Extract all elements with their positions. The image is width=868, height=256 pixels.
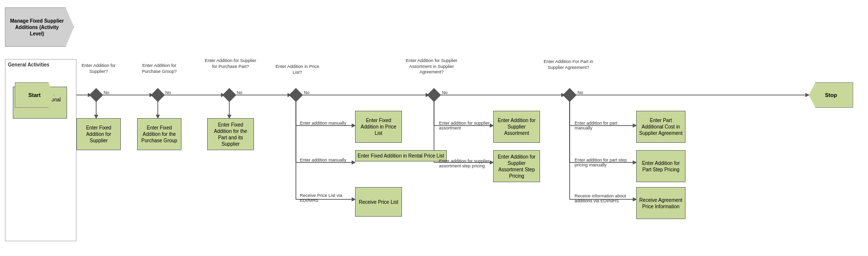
enter-assortment-label: Enter addition for supplier assortment xyxy=(439,121,491,130)
d4-no-label: No xyxy=(304,90,310,95)
decision-6 xyxy=(563,88,577,102)
start-shape: Start xyxy=(15,82,54,108)
d5-no-label: No xyxy=(442,90,448,95)
d1-no-label: No xyxy=(104,90,109,95)
receive-via-edi-label: Receive information about additions via … xyxy=(575,193,631,203)
d6-no-label: No xyxy=(578,90,583,95)
decision-6-label: Enter Addition For Part in Supplier Agre… xyxy=(540,59,597,70)
fixed-purchase-group-activity[interactable]: Enter Fixed Addition for the Purchase Gr… xyxy=(137,118,181,150)
flow-lines xyxy=(0,0,868,256)
decision-5-label: Enter Addition for Supplier Assortment i… xyxy=(404,58,459,75)
receive-agreement-price-activity[interactable]: Receive Agreement Price Information xyxy=(636,187,686,219)
receive-pricelist-label: Receive Price List via EDI/MHS xyxy=(300,193,354,203)
enter-part-step-manually-label: Enter addition for part step pricing man… xyxy=(575,158,631,167)
part-step-pricing-activity[interactable]: Enter Addition for Part Step Pricing xyxy=(636,150,686,182)
enter-manually-2-label: Enter addition manually xyxy=(300,158,352,162)
decision-4-label: Enter Addition in Price List? xyxy=(275,64,320,75)
enter-assortment-step-label: Enter addition for supplier assortment s… xyxy=(439,159,491,168)
supplier-assortment-activity[interactable]: Enter Addition for Supplier Assortment xyxy=(493,111,540,143)
decision-1 xyxy=(89,88,103,102)
part-additional-cost-activity[interactable]: Enter Part Additional Cost in Supplier A… xyxy=(636,111,686,143)
decision-4 xyxy=(289,88,303,102)
fixed-part-supplier-activity[interactable]: Enter Fixed Addition for the Part and it… xyxy=(207,118,254,150)
enter-manually-1-label: Enter addition manually xyxy=(300,121,352,126)
diagram-title: Manage Fixed Supplier Additions (Activit… xyxy=(5,7,74,47)
decision-2 xyxy=(151,88,165,102)
fixed-rental-price-list-activity[interactable]: Enter Fixed Addition in Rental Price Lis… xyxy=(355,150,447,161)
enter-part-manually-label: Enter addition for part manually xyxy=(575,121,631,130)
fixed-price-list-activity[interactable]: Enter Fixed Addition in Price List xyxy=(355,111,402,143)
decision-3-label: Enter Addition for Supplier for Purchase… xyxy=(205,58,256,69)
decision-5 xyxy=(427,88,441,102)
decision-2-label: Enter Addition for Purchase Group? xyxy=(137,63,181,74)
decision-3 xyxy=(222,88,236,102)
fixed-supplier-activity[interactable]: Enter Fixed Addition for Supplier xyxy=(76,118,121,150)
general-activities-label: General Activities xyxy=(8,62,49,67)
d2-no-label: No xyxy=(165,90,171,95)
diagram-canvas: Manage Fixed Supplier Additions (Activit… xyxy=(0,0,868,256)
decision-1-label: Enter Addition for Supplier? xyxy=(76,63,121,74)
stop-shape: Stop xyxy=(809,82,853,108)
d3-no-label: No xyxy=(237,90,243,95)
assortment-step-activity[interactable]: Enter Addition for Supplier Assortment S… xyxy=(493,150,540,182)
receive-price-list-activity[interactable]: Receive Price List xyxy=(355,187,402,217)
